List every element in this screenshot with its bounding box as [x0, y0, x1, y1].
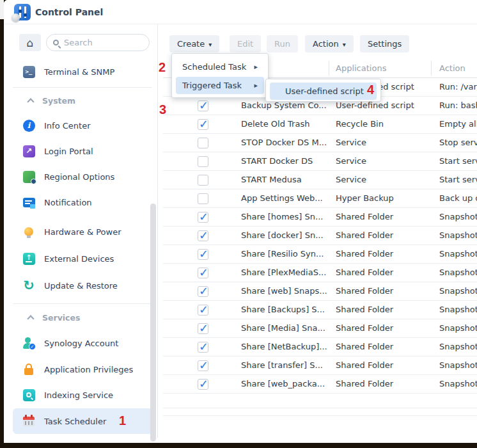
- checkbox[interactable]: ✓: [198, 175, 208, 186]
- home-icon: ⌂: [27, 36, 34, 49]
- notification-icon: [22, 195, 36, 209]
- sidebar-item-hardware-power[interactable]: Hardware & Power: [13, 219, 155, 244]
- window-title: Control Panel: [35, 7, 103, 17]
- task-scheduler-icon: [22, 414, 36, 428]
- update-restore-icon: ↻: [22, 278, 36, 292]
- settings-button[interactable]: Settings: [360, 35, 409, 52]
- annotation-step-2: 2: [159, 60, 166, 75]
- sidebar-divider: [13, 87, 152, 88]
- login-portal-icon: ↗: [22, 144, 36, 158]
- table-row[interactable]: ✓ App Settings Web... Hyper Backup Back …: [163, 189, 477, 208]
- checkbox[interactable]: ✓: [198, 286, 208, 297]
- task-scheduler-panel: Create▾ Edit Run Action▾ Settings Applic…: [157, 24, 477, 438]
- table-row[interactable]: ✓ Share [Media] Sna... Shared Folder Sna…: [163, 319, 477, 338]
- table-row[interactable]: ✓ Delete Old Trash Recycle Bin Empty all…: [163, 115, 477, 134]
- hardware-power-icon: [22, 225, 36, 239]
- table-row[interactable]: ✓ Share [PlexMediaS... Shared Folder Sna…: [163, 264, 477, 282]
- sidebar: ⌂ >_ Terminal & SNMP System i Info Cente…: [8, 24, 157, 438]
- run-button[interactable]: Run: [267, 35, 298, 52]
- table-row[interactable]: ✓ Share [Resilio Syn... Shared Folder Sn…: [163, 245, 477, 264]
- checkbox[interactable]: ✓: [198, 156, 208, 167]
- table-row[interactable]: ✓ START Medusa Service Start servic: [163, 171, 477, 189]
- chevron-up-icon: [27, 315, 34, 322]
- sidebar-divider: [13, 303, 152, 304]
- table-row[interactable]: ✓ Share [docker] Sn... Shared Folder Sna…: [163, 227, 477, 245]
- regional-options-icon: [22, 170, 36, 184]
- create-button[interactable]: Create▾: [169, 35, 219, 52]
- table-row[interactable]: ✓ Share [transfer] S... Shared Folder Sn…: [163, 356, 477, 375]
- search-input[interactable]: [64, 38, 141, 47]
- create-menu: Scheduled Task ▸ Triggered Task ▸: [171, 53, 269, 98]
- checkbox[interactable]: ✓: [198, 249, 208, 260]
- sidebar-item-synology-account[interactable]: ✓ Synology Account: [13, 330, 155, 356]
- sidebar-item-regional-options[interactable]: Regional Options: [13, 164, 155, 189]
- checkbox[interactable]: ✓: [198, 138, 208, 148]
- sidebar-item-task-scheduler[interactable]: Task Scheduler: [13, 408, 155, 434]
- annotation-step-3: 3: [159, 102, 166, 117]
- table-row[interactable]: ✓ STOP Docker DS M... Service Stop servi…: [163, 134, 477, 152]
- checkbox[interactable]: ✓: [198, 360, 208, 371]
- indexing-service-icon: [22, 388, 36, 402]
- table-row[interactable]: ✓ Share [Backups] S... Shared Folder Sna…: [163, 301, 477, 319]
- column-header-action[interactable]: Action: [439, 63, 465, 73]
- edit-button[interactable]: Edit: [230, 35, 261, 52]
- table-footer-line: [163, 415, 477, 416]
- triggered-task-submenu: User-defined script: [265, 79, 381, 102]
- terminal-icon: >_: [22, 65, 36, 79]
- caret-down-icon: ▾: [343, 41, 346, 48]
- checkbox[interactable]: ✓: [198, 212, 208, 223]
- caret-down-icon: ▾: [208, 41, 212, 48]
- sidebar-item-terminal-snmp[interactable]: >_ Terminal & SNMP: [13, 59, 155, 84]
- home-button[interactable]: ⌂: [19, 34, 41, 51]
- menu-item-user-defined-script[interactable]: User-defined script: [270, 83, 377, 100]
- sidebar-item-login-portal[interactable]: ↗ Login Portal: [13, 138, 155, 164]
- sidebar-item-update-restore[interactable]: ↻ Update & Restore: [13, 273, 155, 298]
- application-privileges-icon: [22, 362, 36, 376]
- checkbox[interactable]: ✓: [198, 119, 208, 130]
- table-row[interactable]: ✓ Share [web] Snaps... Shared Folder Sna…: [163, 282, 477, 301]
- menu-item-triggered-task[interactable]: Triggered Task ▸: [176, 77, 264, 94]
- sidebar-item-application-privileges[interactable]: Application Privileges: [13, 356, 155, 382]
- checkbox[interactable]: ✓: [198, 268, 208, 278]
- search-icon: [53, 40, 59, 45]
- checkbox[interactable]: ✓: [198, 379, 208, 390]
- column-header-applications[interactable]: Applications: [336, 63, 386, 73]
- sidebar-section-system[interactable]: System: [13, 93, 155, 108]
- table-footer-line: [163, 408, 477, 408]
- menu-item-scheduled-task[interactable]: Scheduled Task ▸: [176, 58, 264, 76]
- checkbox[interactable]: ✓: [198, 100, 208, 111]
- table-row[interactable]: ✓ Share [NetBackup]... Shared Folder Sna…: [163, 338, 477, 356]
- sidebar-item-notification[interactable]: Notification: [13, 189, 155, 215]
- sidebar-scrollbar[interactable]: [150, 204, 156, 442]
- sidebar-item-external-devices[interactable]: ↑ External Devices: [13, 246, 155, 271]
- checkbox[interactable]: ✓: [198, 323, 208, 334]
- title-bar: Control Panel: [4, 0, 477, 24]
- checkbox[interactable]: ✓: [198, 342, 208, 353]
- annotation-step-1: 1: [119, 413, 126, 428]
- control-panel-window: Control Panel ⌂ >_ Terminal & SNMP Syste…: [4, 0, 477, 443]
- search-box[interactable]: [46, 34, 150, 51]
- submenu-arrow-icon: ▸: [254, 63, 258, 71]
- sidebar-section-services[interactable]: Services: [13, 310, 155, 325]
- chevron-up-icon: [27, 98, 34, 105]
- table-row[interactable]: ✓ Share [web_packa... Shared Folder Snap…: [163, 375, 477, 394]
- control-panel-icon: [14, 4, 31, 20]
- table-row[interactable]: ✓ Share [homes] Sn... Shared Folder Snap…: [163, 208, 477, 227]
- external-devices-icon: ↑: [22, 252, 36, 266]
- submenu-arrow-icon: ▸: [254, 81, 258, 90]
- checkbox[interactable]: ✓: [198, 193, 208, 204]
- table-row[interactable]: ✓ START Docker DS Service Start servic: [163, 152, 477, 171]
- action-button[interactable]: Action▾: [305, 35, 354, 52]
- sidebar-item-info-center[interactable]: i Info Center: [13, 113, 155, 138]
- checkbox[interactable]: ✓: [198, 230, 208, 241]
- info-center-icon: i: [22, 118, 36, 132]
- synology-account-icon: ✓: [22, 336, 36, 350]
- checkbox[interactable]: ✓: [198, 305, 208, 316]
- annotation-step-4: 4: [367, 83, 374, 97]
- sidebar-item-indexing-service[interactable]: Indexing Service: [13, 382, 155, 408]
